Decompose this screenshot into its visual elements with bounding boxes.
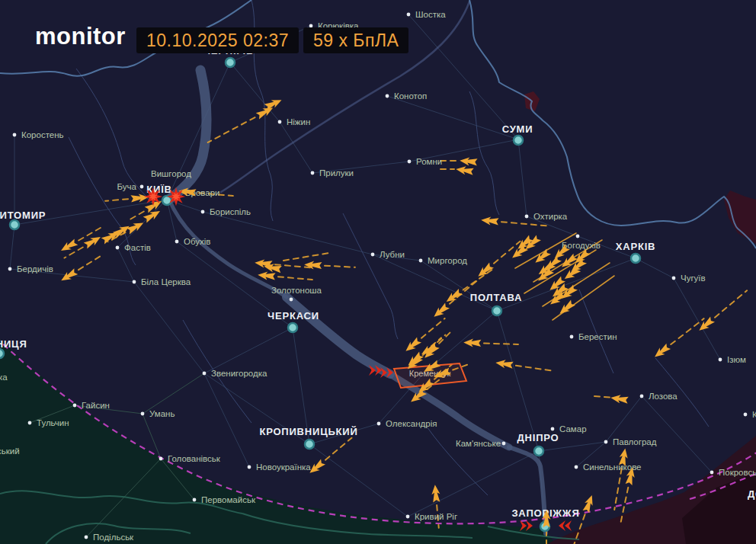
town-dot	[13, 133, 17, 137]
town-dot	[73, 404, 77, 408]
town-dot	[371, 253, 375, 257]
town-dot	[116, 246, 120, 250]
town-label: Коростень	[21, 130, 64, 139]
capital-city-label: ПОЛТАВА	[470, 292, 523, 303]
town-dot	[290, 298, 293, 302]
town-dot	[406, 515, 410, 519]
town-label: Біла Церква	[141, 277, 191, 286]
capital-city-label: ДОНЕЦЬК	[748, 488, 756, 500]
town-label: Краматорськ	[752, 410, 756, 419]
town-dot	[248, 466, 251, 469]
capital-city-dot	[226, 58, 235, 67]
monitor-app: Кременчук ШосткаКорюківкаКонотопНіжинПри…	[0, 0, 756, 544]
town-dot	[201, 210, 205, 214]
capital-city-dot	[305, 440, 314, 449]
town-label: Тульчин	[37, 418, 69, 427]
town-label: Лубни	[380, 250, 405, 259]
capital-city-dot	[10, 220, 19, 229]
town-dot	[311, 171, 315, 175]
town-label: Буча	[117, 182, 137, 191]
town-label: Гайсин	[82, 401, 110, 410]
town-dot	[85, 536, 88, 539]
capital-city-dot	[288, 323, 297, 332]
town-label: Прилуки	[319, 168, 354, 178]
town-dot	[203, 372, 207, 376]
town-label: Берестин	[578, 332, 617, 341]
town-label: Кам'янське	[456, 439, 501, 448]
town-label: Обухів	[184, 237, 210, 246]
town-dot	[141, 412, 145, 416]
town-label: Конотоп	[394, 91, 427, 101]
town-dot	[8, 267, 12, 271]
town-label: Богодухів	[562, 241, 601, 250]
town-label: Олександрія	[386, 419, 437, 428]
capital-city-label: ЧЕРКАСИ	[267, 310, 319, 322]
town-label-fragment: ка	[0, 373, 8, 382]
capital-city-dot	[0, 349, 4, 358]
capital-city-label: ЖИТОМИР	[0, 210, 46, 221]
town-dot	[193, 498, 197, 502]
town-dot	[419, 259, 423, 263]
town-dot	[377, 422, 381, 426]
town-label: Миргород	[428, 256, 467, 265]
town-label: Ромни	[416, 157, 442, 166]
town-label: Новоукраїнка	[256, 462, 311, 472]
town-label: Подільськ	[93, 533, 134, 542]
capital-city-label: ВІННИЦЯ	[0, 338, 27, 350]
town-label-fragment: ський	[0, 446, 20, 456]
town-label: Бориспіль	[210, 207, 251, 216]
town-dot	[576, 235, 580, 238]
capital-city-dot	[631, 254, 640, 263]
town-dot	[175, 240, 179, 244]
capital-city-label: ХАРКІВ	[616, 241, 655, 252]
town-dot	[407, 13, 411, 17]
town-dot	[140, 185, 144, 189]
town-dot	[710, 471, 714, 475]
town-dot	[672, 277, 676, 280]
town-dot	[386, 94, 389, 98]
town-label: Умань	[149, 409, 175, 418]
town-label: Лозова	[649, 392, 678, 401]
town-dot	[133, 280, 136, 284]
town-dot	[159, 457, 163, 461]
town-label: Ізюм	[727, 355, 746, 364]
town-label: Самар	[559, 424, 587, 434]
town-dot	[525, 215, 529, 219]
town-label: Первомайськ	[201, 495, 256, 504]
town-dot	[604, 440, 608, 444]
capital-city-dot	[514, 136, 523, 145]
town-dot	[570, 335, 574, 339]
town-label: Бердичів	[17, 264, 53, 274]
town-label: Вишгород	[151, 169, 191, 178]
town-dot	[575, 466, 578, 469]
town-dot	[408, 160, 412, 164]
town-dot	[28, 421, 32, 425]
town-label: Звенигородка	[211, 369, 267, 378]
town-label: Охтирка	[533, 212, 568, 221]
town-label: Золотоноша	[271, 286, 322, 295]
drone-monitor-map[interactable]: Кременчук ШосткаКорюківкаКонотопНіжинПри…	[0, 0, 756, 544]
capital-city-label: ЧЕРНІГІВ	[203, 45, 254, 56]
town-dot	[278, 120, 282, 124]
capital-city-label: КРОПИВНИЦЬКИЙ	[259, 426, 357, 437]
capital-city-dot	[492, 306, 501, 315]
town-label: Чугуїв	[681, 274, 706, 283]
town-dot	[640, 395, 644, 398]
town-label: Шостка	[415, 10, 446, 19]
town-dot	[309, 24, 313, 28]
town-dot	[719, 358, 722, 362]
town-label: Голованівськ	[168, 454, 221, 463]
town-dot	[744, 413, 748, 417]
town-dot	[502, 442, 506, 446]
town-label: Ніжин	[287, 117, 310, 126]
town-label: Корюківка	[318, 21, 359, 30]
capital-city-dot	[534, 446, 543, 456]
town-label: Кривий Ріг	[415, 512, 457, 521]
town-dot	[551, 427, 555, 431]
town-label: Покровськ	[719, 468, 756, 477]
town-label: Фастів	[124, 243, 151, 252]
capital-city-label: ДНІПРО	[517, 432, 559, 443]
capital-city-label: СУМИ	[502, 123, 533, 135]
town-label: Павлоград	[613, 437, 657, 446]
